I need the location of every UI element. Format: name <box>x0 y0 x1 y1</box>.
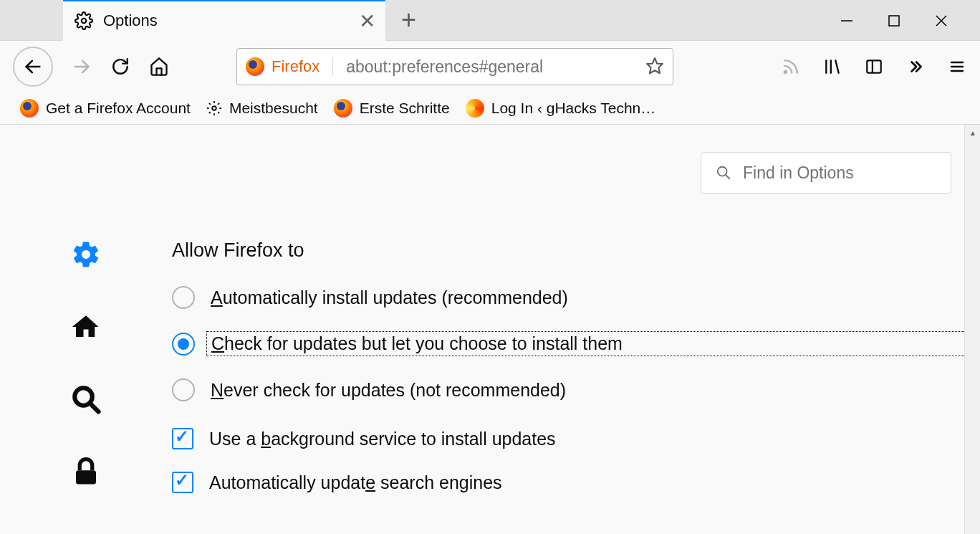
reload-button[interactable] <box>110 57 130 77</box>
firefox-icon <box>246 57 264 76</box>
firefox-icon <box>20 99 39 118</box>
svg-line-11 <box>835 60 838 72</box>
back-button[interactable] <box>13 47 53 87</box>
sidebar-item-home[interactable] <box>71 312 101 344</box>
menu-icon[interactable] <box>947 57 967 77</box>
url-bar[interactable]: Firefox about:preferences#general <box>236 48 673 85</box>
bookmark-star-icon[interactable] <box>645 57 664 77</box>
bookmark-meistbesucht[interactable]: Meistbesucht <box>206 100 318 117</box>
check-update-search-engines[interactable]: Automatically update search engines <box>172 472 980 493</box>
svg-point-8 <box>784 71 787 73</box>
bookmark-erste-schritte[interactable]: Erste Schritte <box>334 99 450 118</box>
svg-line-19 <box>726 175 730 179</box>
new-tab-button[interactable]: + <box>401 5 416 35</box>
sidebar-toggle-icon[interactable] <box>864 57 884 77</box>
browser-tab-options[interactable]: Options ✕ <box>63 0 385 41</box>
sidebar-item-search[interactable] <box>71 384 101 416</box>
scroll-up-arrow[interactable]: ▲ <box>965 125 980 140</box>
bookmark-ghacks[interactable]: Log In ‹ gHacks Techn… <box>466 99 656 118</box>
window-controls <box>835 0 980 41</box>
content-area: Find in Options Allow Firefox to Automat… <box>0 125 980 534</box>
svg-line-21 <box>90 403 98 411</box>
search-options-input[interactable]: Find in Options <box>701 152 951 194</box>
svg-rect-12 <box>867 60 881 72</box>
swirl-icon <box>466 99 484 118</box>
url-identity[interactable]: Firefox <box>246 57 333 76</box>
radio-never-check[interactable]: Never check for updates (not recommended… <box>172 378 980 401</box>
home-icon <box>71 312 101 342</box>
radio-input[interactable] <box>172 333 195 356</box>
svg-rect-2 <box>889 16 899 26</box>
bookmark-label: Erste Schritte <box>360 100 450 117</box>
option-label: Automatically install updates (recommend… <box>211 287 568 308</box>
svg-point-17 <box>212 106 216 110</box>
radio-check-updates[interactable]: Check for updates but let you choose to … <box>172 331 980 356</box>
gear-icon <box>75 11 93 30</box>
search-icon <box>71 384 101 414</box>
close-window-button[interactable] <box>930 9 953 32</box>
option-label: Automatically update search engines <box>209 472 502 493</box>
bookmark-firefox-account[interactable]: Get a Firefox Account <box>20 99 191 118</box>
close-tab-icon[interactable]: ✕ <box>359 9 375 33</box>
search-icon <box>716 165 731 181</box>
bookmark-label: Log In ‹ gHacks Techn… <box>491 100 656 117</box>
url-brand-label: Firefox <box>272 57 320 76</box>
nav-bar: Firefox about:preferences#general <box>0 41 980 92</box>
bookmarks-bar: Get a Firefox Account Meistbesucht Erste… <box>0 92 980 125</box>
feed-icon[interactable] <box>781 57 801 77</box>
option-label: Use a background service to install upda… <box>209 429 556 449</box>
vertical-scrollbar[interactable]: ▲ <box>964 125 980 534</box>
svg-point-0 <box>82 19 87 24</box>
url-address[interactable]: about:preferences#general <box>333 57 645 77</box>
preferences-sidebar <box>0 125 172 534</box>
checkbox-input[interactable] <box>172 428 193 449</box>
library-icon[interactable] <box>822 57 842 77</box>
checkbox-input[interactable] <box>172 472 193 493</box>
minimize-button[interactable] <box>835 9 858 32</box>
radio-auto-install[interactable]: Automatically install updates (recommend… <box>172 286 980 309</box>
tab-title: Options <box>103 11 158 30</box>
bookmark-label: Get a Firefox Account <box>46 100 191 117</box>
lock-icon <box>71 457 101 487</box>
svg-rect-22 <box>76 470 96 484</box>
svg-marker-7 <box>647 58 663 73</box>
firefox-icon <box>334 99 352 118</box>
sidebar-item-privacy[interactable] <box>71 457 101 489</box>
radio-input[interactable] <box>172 286 195 309</box>
option-label: Check for updates but let you choose to … <box>206 331 980 356</box>
gear-icon <box>71 239 101 270</box>
radio-input[interactable] <box>172 378 195 401</box>
maximize-button[interactable] <box>883 9 905 32</box>
gear-icon <box>206 100 222 116</box>
tab-bar: Options ✕ + <box>0 0 980 41</box>
section-title: Allow Firefox to <box>172 239 980 262</box>
forward-button[interactable] <box>72 57 92 77</box>
search-placeholder: Find in Options <box>743 163 854 183</box>
overflow-icon[interactable] <box>905 57 926 77</box>
sidebar-item-general[interactable] <box>71 239 101 272</box>
bookmark-label: Meistbesucht <box>229 100 318 117</box>
option-label: Never check for updates (not recommended… <box>211 380 566 401</box>
check-background-service[interactable]: Use a background service to install upda… <box>172 428 980 449</box>
home-button[interactable] <box>149 57 169 77</box>
